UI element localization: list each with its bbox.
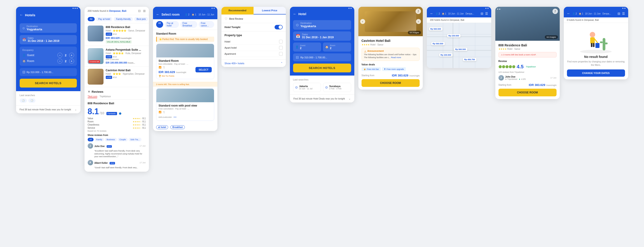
x-icon[interactable]: ✕ (88, 90, 90, 93)
filter-tab-all[interactable]: All (88, 17, 95, 21)
review-source-tiket[interactable]: Tiket.com (88, 95, 98, 98)
svg-rect-9 (593, 43, 594, 47)
filter-row[interactable]: ⊟ Rp 310.000 - 1.700.00... (20, 68, 77, 76)
hotel-price-original: IDR 1.289.360 (106, 58, 146, 61)
img-count-badge6: 64 images (408, 31, 421, 34)
search-hotels-btn[interactable]: SEARCH HOTELS (20, 79, 77, 88)
room-tab-all[interactable]: All (156, 21, 163, 28)
sort-tab-lowest[interactable]: Lowest Price (254, 7, 286, 15)
filter-icon2[interactable]: ⊟ (138, 9, 141, 13)
starting-price6: IDR 383.629 (392, 74, 408, 77)
review-tab-solo[interactable]: Solo Tra... (128, 138, 142, 141)
room-card1[interactable]: Standard Room Non-refundable · Pay at ho… (156, 44, 214, 79)
filter-tab-best[interactable]: Best pick (134, 17, 148, 21)
show-hotels-btn[interactable]: Show 400+ hotels ⌃ (222, 59, 286, 67)
review-big-score: 8.1 (88, 107, 99, 116)
property-apart-checkbox[interactable] (279, 46, 283, 50)
filter-tab-pay[interactable]: Pay at hotel (96, 17, 112, 21)
back-arrow-icon7[interactable]: ← (430, 12, 434, 16)
review-clean-label: Cleanliness (88, 124, 100, 126)
property-type-apart[interactable]: Apart-hotel (224, 45, 283, 51)
review-tab-all[interactable]: All (88, 138, 94, 141)
back-arrow-icon3[interactable]: ← (156, 13, 160, 17)
guest-label: Guest (27, 54, 34, 57)
last-searches-title5: Last searches (293, 78, 351, 81)
card-no-results: ← 👤 2 🏠 1 10 Jun - 11 Jun Denpa... ⊟ ☰ 0… (564, 7, 628, 79)
review-fantastic: Fantastic 🔵 (106, 111, 121, 115)
back-arrow-icon5[interactable]: ← (293, 12, 297, 16)
svg-point-0 (580, 50, 612, 53)
grid-icon[interactable]: ⊞ (143, 9, 146, 13)
best-review-option[interactable]: ♡ Best Review (222, 15, 286, 23)
hotel-tonight-row[interactable]: Hotel Tonight (222, 23, 286, 32)
nav-arrow-right[interactable]: › (416, 19, 421, 24)
select-room-btn[interactable]: SELECT (196, 67, 212, 72)
search-chip2[interactable]: 🕐 (28, 98, 36, 103)
map-price-3[interactable]: Rp 560.500 (431, 42, 445, 45)
alert-box8: ⚠ 3 rooms left! lets book a room ASAP. (498, 52, 556, 58)
room-label: Room (27, 60, 34, 63)
hotel-list-item[interactable]: 808 Residence Bali Hotel · ⭐⭐⭐⭐⭐ · Sanur… (84, 23, 149, 46)
destination-value[interactable]: Yogyakarta (27, 28, 42, 31)
property-type-apartment[interactable]: Apartment (224, 51, 283, 57)
no-result-illustration (567, 26, 625, 55)
read-more-link[interactable]: Read more (391, 56, 401, 59)
map-view[interactable]: Rp 560.500 Rp 230.500 Rp 560.500 Rp 560.… (427, 23, 491, 68)
list-icon9[interactable]: ☰ (622, 12, 625, 15)
review-source-trip[interactable]: TripAdvisor (100, 95, 111, 98)
sort-tab-recommended[interactable]: Recommended (222, 7, 254, 15)
filter-icon9[interactable]: ⊟ (618, 12, 620, 15)
room-decrement-btn[interactable]: − (58, 59, 62, 64)
announcement-title-text: Announcement (368, 50, 384, 52)
hotel-list-item2[interactable]: 3 rooms left Astana Pengembak Suite ... … (84, 46, 149, 67)
room-tab-pay[interactable]: Pay at hotel (164, 21, 179, 28)
review-tab-couple[interactable]: Couple (118, 138, 128, 141)
search-hotels-btn5[interactable]: SEARCH HOTELS (293, 64, 351, 72)
starting-label8: Starting from (498, 84, 511, 86)
review-tab-business[interactable]: Business (105, 138, 117, 141)
change-dates-btn[interactable]: CHANGE YOUR DATES (567, 69, 625, 77)
destination-value5[interactable]: Yogyakarta (300, 25, 316, 28)
search-result-surabaya[interactable]: ⊙ Surabaya 2 Feb - 3 Feb (323, 83, 351, 92)
share-icon8[interactable]: ⤴ (552, 9, 558, 14)
review8-label: Review (498, 60, 556, 62)
hotel-tonight-toggle-switch[interactable] (274, 25, 283, 30)
map-price-2[interactable]: Rp 230.500 (447, 34, 460, 37)
destination-label5: Destination (300, 22, 316, 25)
review-tab-family[interactable]: Family (94, 138, 104, 141)
list-icon7[interactable]: ☰ (485, 12, 488, 15)
back-arrow-icon9[interactable]: ← (567, 12, 570, 16)
choose-room-btn6[interactable]: CHOOSE ROOM (362, 79, 420, 87)
guest-increment-btn[interactable]: + (69, 53, 74, 58)
value-deals-title: Value deals (362, 63, 420, 66)
property-hotel-checkbox[interactable] (279, 40, 283, 44)
review-text1: "Excellent! Vast staff were friendly. Fr… (94, 149, 146, 158)
dates-input[interactable]: 📅 Dates 31 Dec 2018 - 1 Jan 2019 (20, 35, 77, 44)
price-per8: /room/night (546, 84, 556, 86)
nav-arrow-left[interactable]: ‹ (360, 19, 365, 24)
map-price-6[interactable]: Rp 456.756 (463, 58, 476, 61)
map-price-1[interactable]: Rp 560.500 (429, 27, 442, 31)
find-deals-bar5[interactable]: Find 38 last minute Hotel Deals near you… (290, 95, 354, 102)
find-deals-bar[interactable]: Find 38 last minute Hotel Deals near you… (16, 105, 80, 113)
map-price-5[interactable]: Rp 230.500 (439, 53, 452, 57)
share-icon6[interactable]: ⤴ (416, 9, 421, 14)
map-price-4[interactable]: Rp 560.500 (454, 48, 467, 51)
room-card2[interactable]: Standard room with pool view Free cancel… (156, 88, 214, 121)
room-tab-cancel[interactable]: Free cance... (198, 21, 214, 28)
property-apartment-checkbox[interactable] (279, 52, 283, 56)
room-tab-breakfast[interactable]: Free Breakfast (180, 21, 197, 28)
back-arrow-icon[interactable]: ← (20, 13, 23, 17)
hotel-list-item3[interactable]: Cavinton Hotel Bali Hotel · ⭐⭐⭐ · Ngampi… (84, 67, 149, 87)
search-result-jakarta[interactable]: ⊙ Jakarta 10 Jun - 11 Jul (293, 83, 321, 92)
filter-icon7[interactable]: ⊟ (481, 12, 483, 15)
room-name2: Standard room with pool view (159, 104, 212, 107)
room-increment-btn[interactable]: + (69, 59, 74, 64)
reviewer-name1: John Doe (94, 145, 105, 147)
choose-room-btn8[interactable]: CHOOSE ROOM (498, 89, 556, 96)
search-chip[interactable]: 🕐 (20, 98, 27, 103)
filter-tab-family[interactable]: Family-friendly (114, 17, 133, 21)
guest-decrement-btn[interactable]: − (58, 53, 62, 58)
property-type-hotel[interactable]: Hotel (224, 39, 283, 45)
at-hotel-label: at hotel (156, 125, 168, 129)
